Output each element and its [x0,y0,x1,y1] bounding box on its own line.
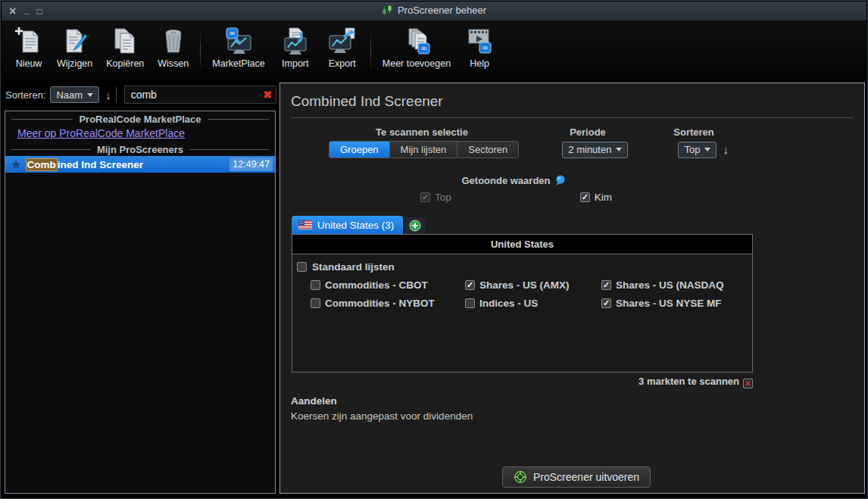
sorteren-dropdown[interactable]: Top [678,142,717,158]
kopieren-button[interactable]: Kopiëren [99,27,151,69]
screener-time-badge: 12:49:47 [229,157,273,171]
checkbox-icon [601,298,611,308]
sort-field-value: Naam [56,89,83,101]
import-button[interactable]: Import [272,27,319,69]
marketplace-monitor-icon: ∞ [222,27,255,57]
toolbar-label: Help [470,58,489,69]
sorteren-label: Sorteren [667,126,720,138]
checkbox-top: Top [420,192,451,203]
run-proscreener-button[interactable]: ProScreener uitvoeren [502,466,651,488]
checkbox-icon [601,280,611,290]
tab-sectoren[interactable]: Sectoren [457,142,518,157]
window-title: ProScreener beheer [398,5,486,16]
plus-icon [409,220,421,232]
tab-mijn-lijsten[interactable]: Mijn lijsten [390,142,458,157]
nieuw-button[interactable]: Nieuw [8,27,50,69]
divider [291,117,854,118]
remove-markets-icon[interactable]: ✕ [743,379,753,388]
marketplace-section-header: ProRealCode MarketPlace [5,111,275,126]
sidebar-sort-row: Sorteren: Naam ↓ ✖ [5,84,276,105]
toolbar-separator [200,28,201,73]
checkbox-icon [465,298,475,308]
target-icon [514,470,527,484]
aandelen-note: Koersen zijn aangepast voor dividenden [291,410,473,422]
periode-value: 2 minuten [568,144,611,155]
shown-values-label: Getoonde waarden [461,175,565,186]
checkbox-icon [311,280,320,290]
proscreener-manager-window: × _ □ ProScreener beheer [0,0,868,499]
checkbox-shares-us-nasdaq[interactable]: Shares - US (NASDAQ [601,279,752,291]
add-more-documents-icon: ∞ [400,27,433,57]
page-title: Combined Ind Screener [280,83,864,110]
sort-label: Sorteren: [5,89,45,101]
toolbar-label: Kopiëren [106,58,144,69]
search-input[interactable] [124,86,276,104]
screener-list-panel: ProRealCode MarketPlace Meer op ProRealC… [5,111,276,494]
checkbox-icon [420,192,430,202]
trash-icon [159,27,188,57]
us-flag-icon [298,220,312,229]
country-tab-united-states[interactable]: United States (3) [292,216,403,234]
screener-list-item-selected[interactable]: ★ Combined Ind Screener 12:49:47 [5,156,275,173]
help-button[interactable]: ∞ Help [457,27,501,69]
checkbox-kim[interactable]: Kim [580,192,612,203]
checkbox-icon [580,192,590,202]
svg-text:∞: ∞ [482,43,488,51]
toolbar-label: Wijzigen [57,58,92,69]
markets-table-header: United States [292,235,752,254]
sort-direction-button[interactable]: ↓ [105,89,111,101]
favorite-star-icon[interactable]: ★ [11,158,21,170]
search-match-highlight: Comb [26,158,58,171]
add-country-tab-button[interactable] [405,217,425,234]
help-video-icon: ∞ [464,27,495,57]
divider [116,87,117,102]
checkbox-shares-us-amx[interactable]: Shares - US (AMX) [465,279,601,291]
periode-label: Periode [557,126,618,138]
marketplace-link[interactable]: Meer op ProRealCode MarketPlace [5,126,275,142]
sort-field-dropdown[interactable]: Naam [50,86,99,103]
my-proscreeners-header-label: Mijn ProScreeners [97,144,183,155]
markets-count-note: 3 markten te scannen✕ [292,376,753,388]
window-title-area: ProScreener beheer [2,5,866,18]
tab-groepen[interactable]: Groepen [329,142,390,157]
marketplace-button[interactable]: ∞ MarketPlace [205,27,271,69]
my-proscreeners-section-header: Mijn ProScreeners [5,142,275,156]
checkbox-commodities-cbot[interactable]: Commodities - CBOT [311,279,465,291]
checkbox-icon [311,298,320,308]
toolbar-label: Export [329,58,356,69]
export-button[interactable]: Export [319,27,366,69]
edit-document-icon [61,27,89,57]
sort-direction-button[interactable]: ↓ [723,143,729,156]
new-document-icon [14,27,43,57]
country-tab-label: United States (3) [317,220,394,231]
clear-search-icon[interactable]: ✖ [263,89,272,101]
titlebar: × _ □ ProScreener beheer [2,2,866,21]
scan-selection-tabs: Groepen Mijn lijsten Sectoren [329,141,519,158]
checkbox-commodities-nybot[interactable]: Commodities - NYBOT [311,298,465,309]
export-icon [326,27,359,57]
screener-name: Combined Ind Screener [26,159,144,170]
chevron-down-icon [704,148,710,151]
toolbar-label: MarketPlace [212,58,264,69]
toolbar-separator [370,28,371,73]
toolbar-label: Meer toevoegen [382,58,451,69]
meer-toevoegen-button[interactable]: ∞ Meer toevoegen [376,27,457,69]
chevron-down-icon [87,93,93,97]
toolbar: Nieuw Wijzigen Kopiëren [2,22,866,80]
wissen-button[interactable]: Wissen [151,27,195,69]
markets-table: United States Standaard lijsten Commodit… [292,234,753,373]
info-balloon-icon[interactable] [555,175,566,186]
checkbox-shares-us-nyse-mf[interactable]: Shares - US NYSE MF [601,298,752,309]
toolbar-label: Wissen [158,58,189,69]
run-proscreener-label: ProScreener uitvoeren [533,471,639,483]
checkbox-indices-us[interactable]: Indices - US [465,298,601,309]
candlestick-chart-icon [382,5,393,16]
wijzigen-button[interactable]: Wijzigen [50,27,99,69]
aandelen-title: Aandelen [291,395,337,407]
svg-text:∞: ∞ [420,44,426,52]
checkbox-standaard-lijsten[interactable]: Standaard lijsten [297,261,752,273]
periode-dropdown[interactable]: 2 minuten [562,142,628,158]
copy-documents-icon [110,27,140,57]
screener-detail-panel: Combined Ind Screener Te scannen selecti… [279,83,865,494]
import-icon [279,27,312,57]
